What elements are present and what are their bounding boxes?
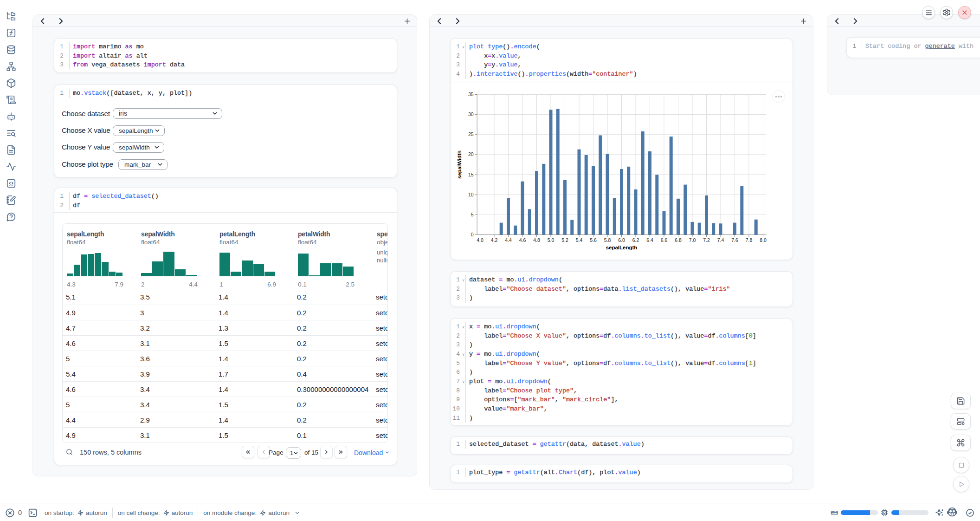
svg-text:4.2: 4.2 xyxy=(491,237,498,243)
svg-text:6.0: 6.0 xyxy=(618,237,625,243)
svg-text:4.4: 4.4 xyxy=(505,237,512,243)
svg-text:15: 15 xyxy=(468,172,474,177)
svg-text:6.8: 6.8 xyxy=(675,237,682,243)
svg-text:5: 5 xyxy=(471,212,474,217)
svg-text:7.0: 7.0 xyxy=(689,237,696,243)
svg-text:4.6: 4.6 xyxy=(519,237,526,243)
svg-text:6.6: 6.6 xyxy=(661,237,668,243)
svg-text:5.0: 5.0 xyxy=(548,237,554,243)
svg-text:4.8: 4.8 xyxy=(533,237,540,243)
svg-text:6.2: 6.2 xyxy=(632,237,639,243)
svg-text:7.8: 7.8 xyxy=(746,237,753,243)
svg-text:6.4: 6.4 xyxy=(646,237,653,243)
svg-text:5.4: 5.4 xyxy=(576,237,583,243)
svg-text:30: 30 xyxy=(468,111,474,117)
svg-text:7.6: 7.6 xyxy=(731,237,738,243)
svg-text:4.0: 4.0 xyxy=(477,237,484,243)
svg-text:35: 35 xyxy=(468,91,474,97)
svg-text:10: 10 xyxy=(468,192,474,197)
svg-text:7.4: 7.4 xyxy=(717,237,724,243)
svg-text:20: 20 xyxy=(468,151,474,157)
svg-text:sepalLength: sepalLength xyxy=(606,245,638,250)
svg-text:5.8: 5.8 xyxy=(604,237,611,243)
svg-text:7.2: 7.2 xyxy=(703,237,710,243)
svg-text:0: 0 xyxy=(471,232,474,237)
svg-text:5.2: 5.2 xyxy=(561,237,568,243)
svg-text:sepalWidth: sepalWidth xyxy=(457,150,462,179)
svg-text:5.6: 5.6 xyxy=(590,237,597,243)
svg-text:8.0: 8.0 xyxy=(760,237,767,243)
svg-text:25: 25 xyxy=(468,131,474,137)
